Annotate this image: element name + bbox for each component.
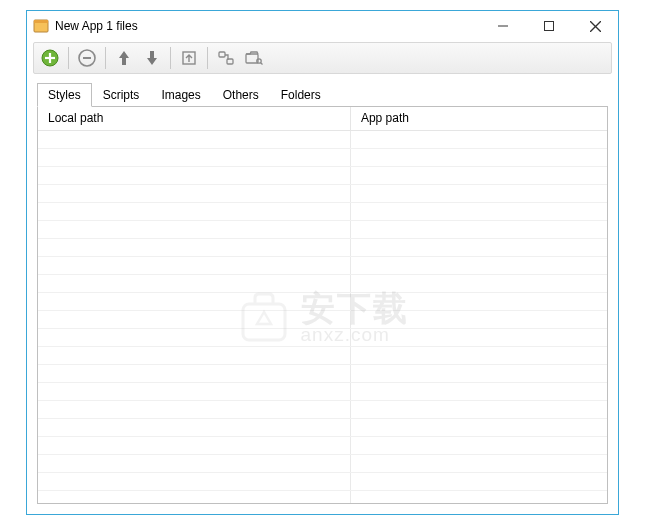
table-row[interactable]: [38, 491, 607, 503]
column-headers: Local path App path: [38, 107, 607, 131]
tab-styles[interactable]: Styles: [37, 83, 92, 107]
titlebar[interactable]: New App 1 files: [27, 11, 618, 41]
column-label: App path: [361, 111, 409, 125]
table-row[interactable]: [38, 185, 607, 203]
grid-body[interactable]: 安下载 anxz.com: [38, 131, 607, 503]
minimize-button[interactable]: [480, 11, 526, 41]
tab-label: Folders: [281, 88, 321, 102]
tab-label: Styles: [48, 88, 81, 102]
table-row[interactable]: [38, 239, 607, 257]
table-row[interactable]: [38, 221, 607, 239]
table-row[interactable]: [38, 167, 607, 185]
toolbar-separator: [105, 47, 106, 69]
table-row[interactable]: [38, 455, 607, 473]
svg-rect-3: [545, 22, 554, 31]
table-row[interactable]: [38, 401, 607, 419]
tab-label: Others: [223, 88, 259, 102]
svg-rect-1: [34, 20, 48, 23]
column-label: Local path: [48, 111, 103, 125]
tab-label: Scripts: [103, 88, 140, 102]
svg-rect-14: [246, 54, 258, 63]
move-up-button[interactable]: [112, 46, 136, 70]
table-row[interactable]: [38, 293, 607, 311]
tab-strip: Styles Scripts Images Others Folders: [37, 82, 608, 106]
toolbar-separator: [68, 47, 69, 69]
open-button[interactable]: [177, 46, 201, 70]
app-icon: [33, 18, 49, 34]
tab-others[interactable]: Others: [212, 83, 270, 106]
table-row[interactable]: [38, 347, 607, 365]
column-header-local-path[interactable]: Local path: [38, 107, 351, 131]
tab-label: Images: [161, 88, 200, 102]
table-row[interactable]: [38, 203, 607, 221]
close-button[interactable]: [572, 11, 618, 41]
svg-line-16: [261, 63, 263, 65]
tab-images[interactable]: Images: [150, 83, 211, 106]
list-view[interactable]: Local path App path 安下载 anxz.com: [37, 106, 608, 504]
table-row[interactable]: [38, 365, 607, 383]
toolbar-separator: [170, 47, 171, 69]
remove-button[interactable]: [75, 46, 99, 70]
table-row[interactable]: [38, 131, 607, 149]
column-header-app-path[interactable]: App path: [351, 107, 607, 131]
table-row[interactable]: [38, 149, 607, 167]
table-row[interactable]: [38, 275, 607, 293]
table-row[interactable]: [38, 473, 607, 491]
toolbar-separator: [207, 47, 208, 69]
table-row[interactable]: [38, 437, 607, 455]
table-row[interactable]: [38, 383, 607, 401]
browse-button[interactable]: [242, 46, 266, 70]
toolbar: [33, 42, 612, 74]
tab-folders[interactable]: Folders: [270, 83, 332, 106]
table-row[interactable]: [38, 257, 607, 275]
dialog-window: New App 1 files: [26, 10, 619, 515]
table-row[interactable]: [38, 311, 607, 329]
table-row[interactable]: [38, 419, 607, 437]
table-row[interactable]: [38, 329, 607, 347]
maximize-button[interactable]: [526, 11, 572, 41]
link-button[interactable]: [214, 46, 238, 70]
window-controls: [480, 11, 618, 41]
tab-scripts[interactable]: Scripts: [92, 83, 151, 106]
window-title: New App 1 files: [55, 19, 138, 33]
move-down-button[interactable]: [140, 46, 164, 70]
svg-rect-12: [219, 52, 225, 57]
add-button[interactable]: [38, 46, 62, 70]
